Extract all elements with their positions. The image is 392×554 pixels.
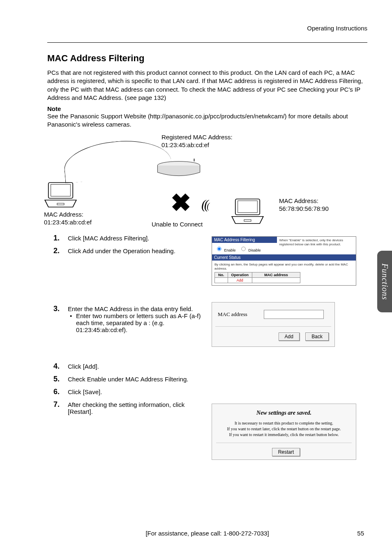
- step-3-sub: Enter two numbers or letters such as A-F…: [68, 312, 210, 333]
- screenshot-mac-entry: MAC address Add Back: [212, 302, 335, 347]
- mac-right-label: MAC Address: 56:78:90:56:78:90: [279, 197, 329, 213]
- step-number: 1.: [47, 234, 68, 242]
- col-mac: MAC address: [252, 272, 300, 278]
- disable-radio[interactable]: Disable: [239, 248, 261, 252]
- step-number: 7.: [47, 400, 68, 409]
- intro-paragraph: PCs that are not registered with this pr…: [47, 69, 367, 102]
- registered-mac-label: Registered MAC Address: 01:23:45:ab:cd:e…: [161, 133, 233, 149]
- mac-left-caption: MAC Address:: [44, 211, 83, 218]
- step-text: Click Add under the Operation heading.: [68, 247, 175, 254]
- unable-to-connect-label: Unable to Connect: [152, 221, 203, 228]
- header-rule: [47, 42, 367, 43]
- svg-rect-1: [51, 184, 71, 196]
- screenshot-mac-filtering-panel: MAC Address Filtering Enable Disable Whe…: [212, 236, 356, 286]
- svg-rect-5: [235, 199, 260, 215]
- mac-left-label: MAC Address: 01:23:45:ab:cd:ef: [44, 210, 92, 226]
- panel-header: MAC Address Filtering: [212, 237, 277, 243]
- panel-note: When "Enable" is selected, only the devi…: [277, 237, 356, 254]
- registered-mac-value: 01:23:45:ab:cd:ef: [161, 141, 209, 148]
- add-link[interactable]: Add: [237, 278, 243, 282]
- msg-line3: If you want to restart it immediately, c…: [229, 432, 339, 437]
- status-text: By clicking an item, the Setup pages wil…: [214, 263, 353, 270]
- laptop-left-icon: [43, 180, 78, 209]
- step-text: After checking the setting information, …: [68, 400, 210, 415]
- back-button[interactable]: Back: [305, 332, 329, 341]
- enable-label: Enable: [224, 248, 236, 252]
- step-number: 5.: [47, 375, 68, 383]
- page-number: 55: [357, 530, 364, 537]
- registered-mac-caption: Registered MAC Address:: [161, 134, 233, 141]
- mac-right-caption: MAC Address:: [279, 197, 318, 204]
- laptop-right-icon: [230, 197, 265, 226]
- add-button[interactable]: Add: [279, 332, 300, 341]
- step-text: Check Enable under MAC Address Filtering…: [68, 375, 188, 383]
- mac-address-input[interactable]: [264, 310, 324, 319]
- step-text: Click [MAC Address Filtering].: [68, 234, 149, 242]
- running-header: Operating Instructions: [47, 25, 367, 34]
- svg-rect-6: [238, 201, 258, 212]
- mac-left-value: 01:23:45:ab:cd:ef: [44, 219, 92, 226]
- mac-table: No. Operation MAC address Add: [214, 272, 300, 283]
- step-number: 3.: [47, 305, 68, 313]
- restart-button[interactable]: Restart: [272, 448, 300, 456]
- diagram: Registered MAC Address: 01:23:45:ab:cd:e…: [47, 133, 367, 230]
- step-number: 4.: [47, 362, 68, 371]
- disable-label: Disable: [249, 248, 261, 252]
- step-5: 5. Check Enable under MAC Address Filter…: [47, 375, 367, 383]
- step-6: 6. Click [Save].: [47, 388, 367, 396]
- wifi-waves-icon: (((: [201, 197, 208, 212]
- svg-rect-2: [57, 203, 64, 205]
- separator: [216, 443, 352, 443]
- step-3-main: Enter the MAC Address in the data entry …: [68, 305, 193, 312]
- step-text: Click [Save].: [68, 388, 102, 395]
- msg-line1: It is necessary to restart this product …: [235, 421, 333, 425]
- cross-icon: ✖: [171, 191, 191, 215]
- col-no: No.: [215, 272, 228, 278]
- step-4: 4. Click [Add].: [47, 362, 367, 371]
- step-number: 2.: [47, 247, 68, 255]
- screenshot-restart-panel: New settings are saved. It is necessary …: [212, 404, 356, 460]
- page-title: MAC Address Filtering: [47, 53, 367, 64]
- svg-rect-0: [48, 182, 73, 198]
- mac-address-label: MAC address: [218, 311, 247, 318]
- current-status-header: Current Status: [212, 254, 356, 261]
- col-operation: Operation: [228, 272, 252, 278]
- note-text: See the Panasonic Support Website (http:…: [47, 112, 367, 129]
- svg-rect-7: [244, 219, 251, 221]
- footer-assist: [For assistance, please call: 1-800-272-…: [145, 530, 269, 537]
- mac-right-value: 56:78:90:56:78:90: [279, 205, 329, 212]
- router-icon: [154, 159, 203, 179]
- note-label: Note: [47, 105, 367, 112]
- saved-title: New settings are saved.: [216, 410, 352, 416]
- saved-message: It is necessary to restart this product …: [216, 420, 352, 438]
- msg-line2: If you want to restart later, click the …: [227, 427, 341, 431]
- footer: [For assistance, please call: 1-800-272-…: [0, 530, 392, 537]
- enable-radio[interactable]: Enable: [214, 248, 236, 252]
- step-text: Enter the MAC Address in the data entry …: [68, 305, 210, 333]
- step-number: 6.: [47, 388, 68, 396]
- step-text: Click [Add].: [68, 362, 99, 370]
